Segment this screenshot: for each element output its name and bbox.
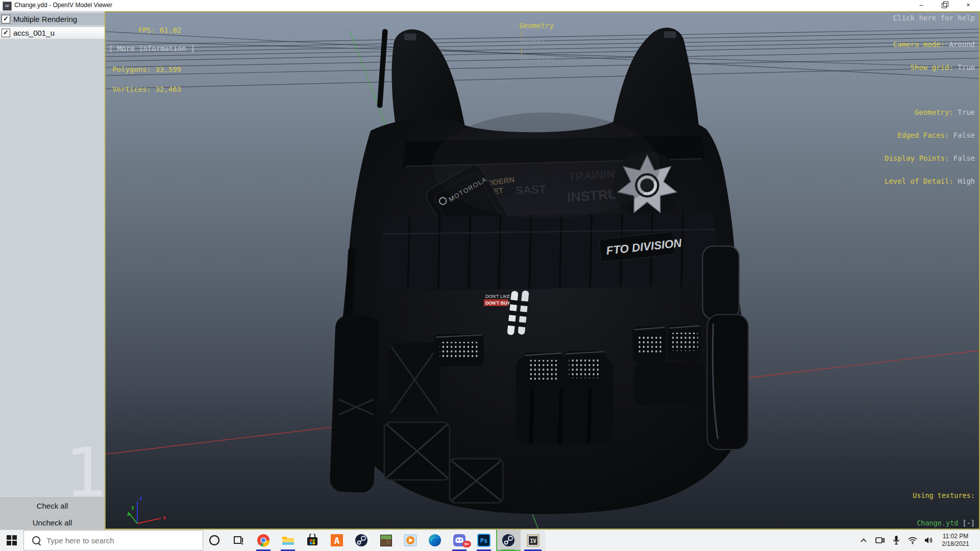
- taskbar-item-discord[interactable]: 9+: [447, 530, 472, 551]
- meet-now-button[interactable]: [872, 530, 888, 551]
- vest-left-strap: [392, 30, 465, 133]
- setting-edged-faces[interactable]: Edged Faces: False: [885, 132, 975, 139]
- svg-text:Ps: Ps: [480, 537, 487, 544]
- microphone-status-button[interactable]: [888, 530, 904, 551]
- windows-logo-icon: [7, 535, 17, 545]
- render-settings: Camera mode: Around Show grid: True Geom…: [885, 26, 975, 201]
- check-all-button[interactable]: Check all: [0, 497, 105, 514]
- vest-antenna: [377, 29, 388, 108]
- svg-text:A: A: [334, 535, 340, 546]
- clock-date: 2/18/2021: [937, 540, 974, 548]
- axis-gizmo: z y x: [116, 487, 172, 528]
- sidebar-item-label: accs_001_u: [13, 29, 55, 37]
- minecraft-icon: [380, 534, 393, 547]
- restore-button[interactable]: [933, 0, 957, 11]
- z-axis-label: z: [139, 495, 143, 502]
- taskbar-item-task-view[interactable]: [227, 530, 251, 551]
- sidebar-item-label: Multiple Rendering: [13, 15, 77, 23]
- system-tray: 11:02 PM 2/18/2021 3: [855, 530, 980, 551]
- title-bar: IV Change.ydd - OpenIV Model Viewer – ×: [0, 0, 980, 12]
- search-input[interactable]: [45, 536, 190, 545]
- page-watermark: 1: [65, 439, 108, 506]
- task-view-icon: [232, 534, 246, 547]
- model-list-sidebar: ✓ Multiple Rendering ✓ accs_001_u 1 Chec…: [0, 11, 105, 530]
- speaker-icon: [924, 536, 934, 545]
- vertices-stat: Vertices: 32,463: [110, 86, 181, 93]
- viewport-3d[interactable]: MODERN KET MOTOROLA SAST TRAINING INSTRU…: [105, 11, 980, 530]
- uncheck-all-button[interactable]: Uncheck all: [0, 514, 105, 530]
- vest-right-strap: [613, 28, 699, 131]
- setting-display-points[interactable]: Display Points: False: [885, 155, 975, 162]
- wifi-icon: [908, 536, 918, 544]
- cortana-icon: [208, 534, 221, 547]
- render-stats: FPS: 61.02 Polygons: 33,599 Vertices: 32…: [110, 14, 181, 106]
- checkbox-multiple-rendering[interactable]: ✓: [2, 15, 10, 23]
- taskbar-item-openiv[interactable]: IV: [521, 530, 545, 551]
- taskbar-item-steam-running[interactable]: [496, 530, 521, 551]
- vest-left-holster: [330, 315, 380, 493]
- taskbar-item-edge[interactable]: [423, 530, 447, 551]
- mode-tabs: Geometry | Bounds | Skeleton: [494, 13, 554, 70]
- screen: IV Change.ydd - OpenIV Model Viewer – × …: [0, 0, 980, 551]
- steam-icon: [502, 534, 515, 547]
- network-button[interactable]: [904, 530, 921, 551]
- file-explorer-icon: [281, 534, 295, 547]
- ms-store-icon: [306, 534, 319, 547]
- taskbar-search[interactable]: [23, 530, 203, 550]
- taskbar-item-cortana[interactable]: [202, 530, 227, 551]
- checkbox-accs-001-u[interactable]: ✓: [2, 29, 10, 37]
- app-icon: IV: [3, 2, 12, 11]
- search-icon: [32, 536, 40, 544]
- minimize-button[interactable]: –: [910, 0, 933, 11]
- setting-level-of-detail[interactable]: Level of Detail: High: [885, 178, 975, 185]
- action-center-button[interactable]: 3: [974, 530, 980, 551]
- x-axis-label: x: [163, 514, 166, 521]
- taskbar-item-ms-store[interactable]: [300, 530, 325, 551]
- setting-geometry[interactable]: Geometry: True: [885, 109, 975, 116]
- app-a-icon: A: [330, 534, 344, 547]
- y-axis-label: y: [131, 504, 135, 511]
- taskbar-item-media-player[interactable]: [398, 530, 423, 551]
- fps-stat: FPS: 61.02: [110, 27, 181, 34]
- tab-skeleton[interactable]: Skeleton: [520, 54, 554, 62]
- sidebar-item-accs-001-u[interactable]: ✓ accs_001_u: [0, 27, 105, 39]
- start-button[interactable]: [0, 530, 23, 551]
- close-button[interactable]: ×: [957, 0, 980, 11]
- tab-bounds[interactable]: Bounds: [520, 38, 546, 46]
- taskbar-item-app-a[interactable]: A: [325, 530, 349, 551]
- using-textures-heading: Using textures:: [859, 491, 975, 500]
- chevron-up-icon: [860, 538, 867, 543]
- setting-show-grid[interactable]: Show grid: True: [885, 64, 975, 71]
- svg-text:DON'T BUY: DON'T BUY: [485, 300, 510, 306]
- setting-camera-mode[interactable]: Camera mode: Around: [885, 41, 975, 48]
- photoshop-icon: Ps: [477, 534, 491, 547]
- vest-mag-center: [516, 351, 612, 445]
- chrome-icon: [257, 534, 270, 547]
- texture-ytd-row[interactable]: Change.ytd [-]: [859, 518, 975, 528]
- svg-text:DON'T LIKE: DON'T LIKE: [485, 294, 510, 299]
- restore-icon: [942, 3, 947, 8]
- clock-time: 11:02 PM: [937, 533, 974, 540]
- taskbar-clock[interactable]: 11:02 PM 2/18/2021: [937, 533, 974, 548]
- discord-notification-badge: 9+: [462, 541, 471, 547]
- tab-separator: |: [520, 46, 524, 54]
- window-title: Change.ydd - OpenIV Model Viewer: [14, 2, 112, 9]
- taskbar-item-file-explorer[interactable]: [276, 530, 300, 551]
- media-player-icon: [404, 534, 417, 547]
- volume-button[interactable]: [921, 530, 937, 551]
- polygons-stat: Polygons: 33,599: [110, 66, 181, 73]
- more-information-link[interactable]: [ More information ]: [109, 44, 195, 53]
- edge-icon: [428, 534, 442, 547]
- tab-geometry[interactable]: Geometry: [520, 21, 554, 30]
- show-hidden-icons-button[interactable]: [855, 530, 872, 551]
- help-link[interactable]: Click here for help: [893, 14, 975, 22]
- sidebar-item-multiple-rendering[interactable]: ✓ Multiple Rendering: [0, 13, 105, 25]
- vest-right-holster: [703, 246, 748, 449]
- tab-separator: |: [520, 30, 524, 38]
- taskbar-item-minecraft[interactable]: [374, 530, 398, 551]
- taskbar-item-chrome[interactable]: [251, 530, 276, 551]
- taskbar-item-photoshop[interactable]: Ps: [472, 530, 496, 551]
- taskbar-item-steam[interactable]: [349, 530, 374, 551]
- vest-mag-right: [633, 325, 704, 406]
- microphone-icon: [893, 535, 900, 545]
